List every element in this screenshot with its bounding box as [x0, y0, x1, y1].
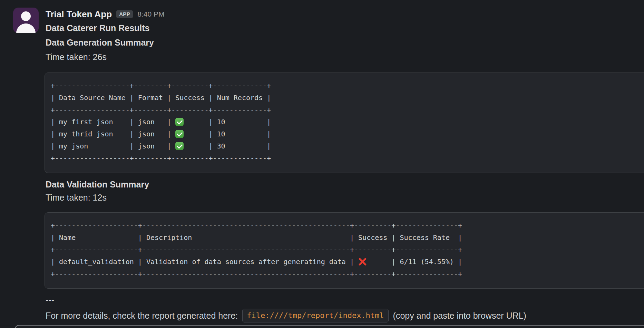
person-icon — [21, 11, 31, 21]
table-row: | default_validation | Validation of dat… — [51, 256, 642, 268]
avatar[interactable] — [13, 8, 39, 33]
table-row: | my_json | json | | 30 | — [51, 140, 642, 152]
table-border: +--------------------+------------------… — [51, 244, 642, 256]
footer-line: For more details, check the report gener… — [46, 307, 644, 324]
generation-time-taken: Time taken: 26s — [46, 50, 644, 64]
person-icon — [16, 23, 36, 33]
validation-table-codeblock: +--------------------+------------------… — [45, 212, 644, 289]
table-header-row: | Name | Description | Success | Success… — [51, 232, 642, 244]
row-cells-right: | 10 | — [184, 118, 271, 126]
validation-ascii-table: +--------------------+------------------… — [51, 220, 642, 280]
row-cells-left: | my_first_json | json | — [51, 118, 175, 126]
validation-time-taken: Time taken: 12s — [46, 191, 644, 204]
message-header: Trial Token App APP 8:40 PM — [46, 8, 644, 21]
table-header-row: | Data Source Name | Format | Success | … — [51, 92, 642, 104]
success-check-icon — [175, 142, 184, 150]
row-cells-left: | my_json | json | — [51, 142, 175, 150]
generation-ascii-table: +------------------+--------+---------+-… — [51, 80, 642, 164]
divider-text: --- — [46, 293, 644, 306]
footer-prefix: For more details, check the report gener… — [46, 311, 238, 321]
table-row: | my_thrid_json | json | | 10 | — [51, 128, 642, 140]
generation-table-codeblock: +------------------+--------+---------+-… — [45, 73, 644, 173]
success-check-icon — [175, 118, 184, 126]
table-border: +--------------------+------------------… — [51, 220, 642, 232]
message: Trial Token App APP 8:40 PM Data Caterer… — [0, 0, 644, 324]
row-cells-left: | my_thrid_json | json | — [51, 130, 175, 138]
row-cells-right: | 6/11 (54.55%) | — [367, 258, 462, 266]
message-timestamp[interactable]: 8:40 PM — [137, 10, 164, 18]
table-border: +------------------+--------+---------+-… — [51, 152, 642, 164]
row-cells-left: | default_validation | Validation of dat… — [51, 258, 358, 266]
app-badge: APP — [116, 10, 133, 18]
table-border: +--------------------+------------------… — [51, 268, 642, 280]
failure-cross-icon — [358, 258, 367, 266]
report-path-code: file:////tmp/report/index.html — [242, 309, 388, 322]
table-border: +------------------+--------+---------+-… — [51, 80, 642, 92]
row-cells-right: | 10 | — [184, 130, 271, 138]
success-check-icon — [175, 130, 184, 138]
message-input[interactable] — [14, 325, 644, 328]
validation-heading: Data Validation Summary — [46, 178, 644, 191]
sender-name[interactable]: Trial Token App — [46, 9, 112, 20]
footer-suffix: (copy and paste into browser URL) — [393, 311, 526, 321]
row-cells-right: | 30 | — [184, 142, 271, 150]
table-row: | my_first_json | json | | 10 | — [51, 116, 642, 128]
message-title: Data Caterer Run Results — [46, 21, 644, 35]
table-border: +------------------+--------+---------+-… — [51, 104, 642, 116]
generation-heading: Data Generation Summary — [46, 35, 644, 50]
